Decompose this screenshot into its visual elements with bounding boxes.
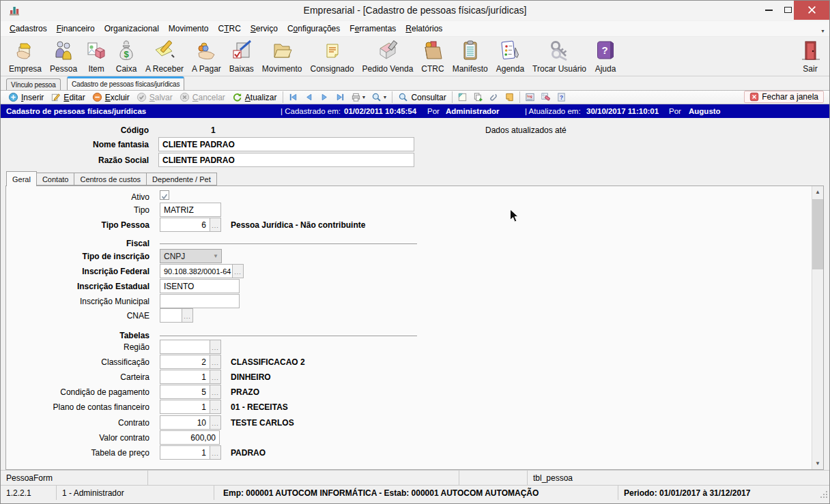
action-nav-first-button[interactable] [285,92,301,102]
toolbar-agenda-button[interactable]: Agenda [492,39,528,74]
field-contrato-lookup-button[interactable]: ... [210,415,221,430]
field-inscric-a-o-federal-lookup-button[interactable]: ... [232,264,244,278]
action-consultar-button[interactable]: Consultar [395,91,449,104]
action-sticky-note-button[interactable] [502,92,517,102]
detail-tab-geral[interactable]: Geral [6,171,37,186]
menu-organizacional[interactable]: Organizacional [100,22,164,35]
close-window-icon [749,92,759,102]
field-classificac-a-o-input[interactable]: 2 [160,355,210,369]
action-salvar-button[interactable]: Salvar [133,91,176,104]
field-regia-o-input[interactable] [160,340,210,354]
ctrc-icon [422,40,444,64]
action-print-button[interactable]: ▼ [348,92,369,102]
field-tipo-input[interactable]: MATRIZ [160,203,221,217]
action-note-image-button[interactable] [455,92,470,102]
field-tipo-pessoa-input[interactable]: 6 [160,218,210,232]
field-valor-contrato-label: Valor contrato [6,433,149,443]
field-cnae-input[interactable] [160,308,182,323]
notes-color-icon [541,92,551,102]
toolbar-a-pagar-button[interactable]: A Pagar [188,39,225,74]
action-copy-plus-button[interactable] [470,92,486,102]
field-carteira-lookup-button[interactable]: ... [210,370,221,384]
action-log-button[interactable]: log [522,92,538,102]
field-classificac-a-o-lookup-button[interactable]: ... [210,355,221,369]
toolbar-manifesto-button[interactable]: Manifesto [448,39,492,74]
close-window-button[interactable]: Fechar a janela [744,91,824,103]
field-condic-a-o-de-pagamento-input[interactable]: 5 [160,385,210,399]
action-nav-next-button[interactable] [317,92,332,102]
resize-grip[interactable] [820,490,828,499]
field-carteira-input[interactable]: 1 [160,370,210,384]
page-tab-cadastro-de-pessoas-fi-sicas-juri-dicas[interactable]: Cadastro de pessoas físicas/jurídicas [67,76,184,90]
close-button[interactable] [794,0,829,20]
toolbar-item-button[interactable]: Item [81,39,111,74]
menu-servic-o[interactable]: Serviço [246,22,283,35]
a-receber-icon [154,40,175,64]
toolbar-empresa-button[interactable]: Empresa [5,39,46,74]
created-value: 01/02/2011 10:45:54 [344,107,416,115]
field-inscric-a-o-federal-input[interactable]: 90.108.382/0001-64 [160,264,233,278]
menu-financeiro[interactable]: Financeiro [52,22,100,35]
toolbar-pedido-venda-button[interactable]: Pedido Venda [358,39,418,74]
toolbar-consignado-button[interactable]: Consignado [306,39,358,74]
action-editar-button[interactable]: Editar [47,91,88,104]
field-inscric-a-o-municipal-input[interactable] [160,294,240,308]
detail-tab-dependente-pet[interactable]: Dependente / Pet [146,173,217,186]
toolbar-ajuda-button[interactable]: ?Ajuda [590,39,620,74]
field-condic-a-o-de-pagamento-lookup-button[interactable]: ... [210,385,221,399]
toolbar-movimento-button[interactable]: Movimento [258,39,306,74]
action-notes-color-button[interactable] [538,92,554,102]
field-plano-de-contas-financeiro-lookup-button[interactable]: ... [210,400,221,414]
action-help-box-button[interactable]: ? [554,92,569,102]
menu-configurac-o-es[interactable]: Configurações [283,22,345,35]
field-tipo-pessoa-lookup-button[interactable]: ... [210,218,221,232]
toolbar-baixas-button[interactable]: Baixas [225,39,258,74]
razao-social-input[interactable]: CLIENTE PADRAO [158,153,414,167]
toolbar-ctrc-button[interactable]: CTRC [417,39,448,74]
scrollbar-thumb[interactable] [812,199,823,269]
menu-movimento[interactable]: Movimento [164,22,214,35]
field-ativo-checkbox[interactable] [160,190,169,200]
menu-relato-rios[interactable]: Relatórios [401,22,447,35]
toolbar-a-receber-button[interactable]: A Receber [141,39,188,74]
menu-overflow-icon[interactable]: ▼ [820,29,825,33]
toolbar-pessoa-button[interactable]: Pessoa [46,39,81,74]
toolbar-trocar-usua-rio-button[interactable]: Trocar Usuário [528,39,590,74]
updated-by-label: Por [669,107,681,115]
status-table-name: tbl_pessoa [528,471,830,485]
vertical-scrollbar[interactable]: ▲ ▼ [812,186,823,469]
action-cancelar-button[interactable]: Cancelar [176,91,229,104]
scroll-up-icon[interactable]: ▲ [812,186,823,198]
menu-ferramentas[interactable]: Ferramentas [345,22,401,35]
field-classificac-a-o-label: Classificação [6,357,149,367]
field-tabela-de-prec-o-input[interactable]: 1 [160,445,210,460]
field-tipo-de-inscric-a-o-combo[interactable]: CNPJ▼ [160,249,222,263]
action-inserir-button[interactable]: Inserir [5,91,47,104]
menu-cadastros[interactable]: Cadastros [5,22,52,35]
field-regia-o-lookup-button[interactable]: ... [210,340,221,354]
action-attachment-button[interactable] [486,92,502,102]
field-contrato-input[interactable]: 10 [160,415,210,430]
save-icon [137,92,147,102]
action-nav-last-button[interactable] [332,92,348,102]
detail-tab-contato[interactable]: Contato [36,173,75,186]
toolbar-sair-button[interactable]: Sair [795,39,825,74]
field-plano-de-contas-financeiro-input[interactable]: 1 [160,400,210,414]
menu-ctrc[interactable]: CTRC [213,22,245,35]
nome-fantasia-input[interactable]: CLIENTE PADRAO [158,137,414,151]
action-excluir-button[interactable]: Excluir [89,91,133,104]
toolbar-caixa-button[interactable]: $Caixa [111,39,141,74]
search-icon [398,92,408,102]
field-tabela-de-prec-o-lookup-button[interactable]: ... [210,445,221,460]
action-zoom-button[interactable]: ▼ [369,92,390,102]
updated-by-value: Augusto [689,107,721,115]
field-valor-contrato-input[interactable]: 600,00 [160,430,220,445]
scroll-down-icon[interactable]: ▼ [812,458,823,469]
action-atualizar-button[interactable]: Atualizar [229,91,281,104]
action-nav-prev-button[interactable] [301,92,317,102]
detail-tab-centros-de-custos[interactable]: Centros de custos [74,173,147,186]
page-tab-vi-nculo-pessoa[interactable]: Vínculo pessoa [6,78,61,90]
field-cnae-lookup-button[interactable]: ... [182,308,193,323]
minimize-button[interactable] [759,0,778,20]
field-inscric-a-o-estadual-input[interactable]: ISENTO [160,279,240,293]
